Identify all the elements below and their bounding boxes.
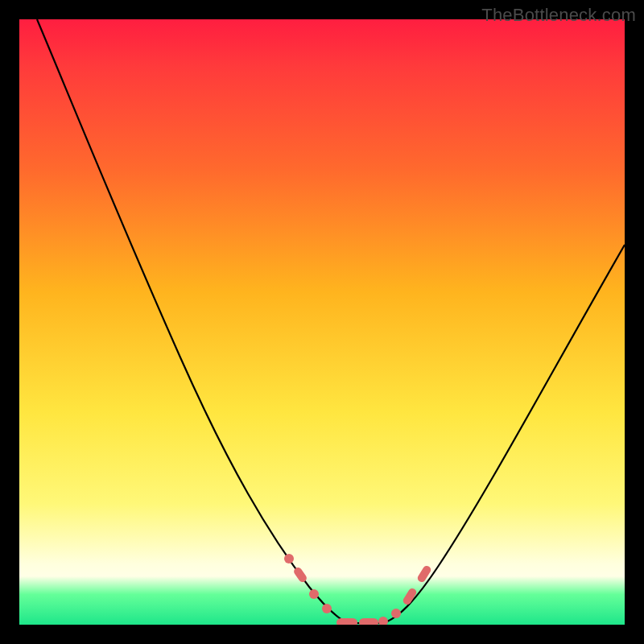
bead-pill xyxy=(359,618,378,625)
chart-svg xyxy=(19,19,625,625)
bead-dot xyxy=(391,609,401,618)
watermark-text: TheBottleneck.com xyxy=(481,5,636,26)
chart-plot-area xyxy=(19,19,625,625)
bead-pill xyxy=(416,564,432,584)
bead-dot xyxy=(309,589,319,599)
bead-pill xyxy=(336,618,357,625)
right-curve-path xyxy=(383,245,625,623)
bead-dot xyxy=(322,604,332,613)
bead-dot xyxy=(284,554,294,564)
bead-dot xyxy=(378,617,388,625)
left-curve-path xyxy=(37,19,348,623)
